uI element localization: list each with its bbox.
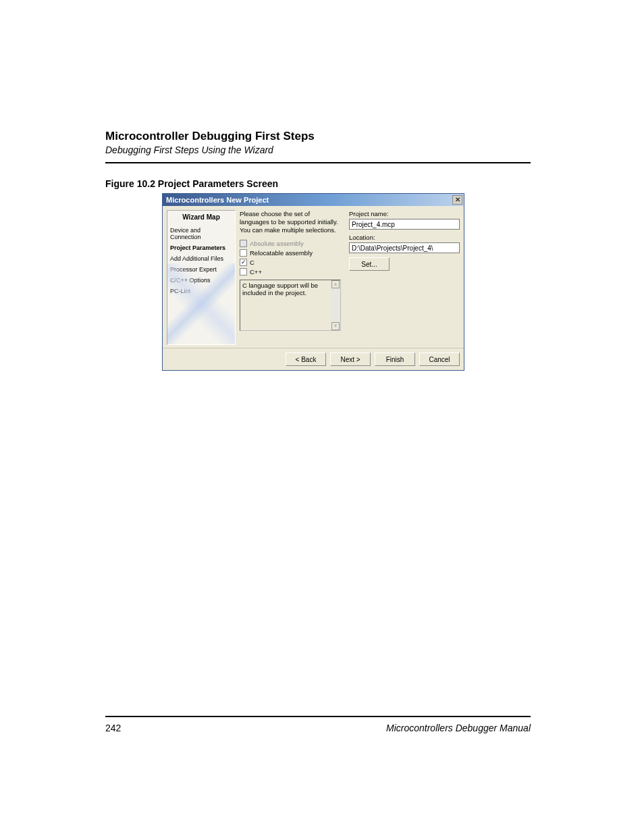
checkbox-icon <box>240 240 247 247</box>
checkbox-label: C <box>250 259 254 266</box>
checkbox-label: Absolute assembly <box>250 240 304 247</box>
wizard-map-heading: Wizard Map <box>170 213 232 221</box>
dialog-button-row: < Back Next > Finish Cancel <box>163 348 464 370</box>
scroll-down-icon[interactable]: ▼ <box>331 322 340 330</box>
language-description-text: C language support will be included in t… <box>242 282 338 296</box>
next-button[interactable]: Next > <box>330 353 371 366</box>
sidebar-item-c-cpp-options[interactable]: C/C++ Options <box>170 275 232 286</box>
sidebar-item-add-additional-files[interactable]: Add Additional Files <box>170 253 232 264</box>
description-scrollbar[interactable]: ▲ ▼ <box>331 280 340 330</box>
new-project-dialog: Microcontrollers New Project ✕ Wizard Ma… <box>162 193 464 371</box>
back-button[interactable]: < Back <box>286 353 326 366</box>
checkbox-cpp[interactable]: C++ <box>240 268 341 276</box>
sidebar-item-processor-expert[interactable]: Processor Expert <box>170 264 232 275</box>
checkbox-relocatable-assembly[interactable]: Relocatable assembly <box>240 249 341 257</box>
project-name-input[interactable]: Project_4.mcp <box>349 219 460 230</box>
language-description-box: C language support will be included in t… <box>240 280 341 331</box>
set-button[interactable]: Set... <box>349 257 390 271</box>
manual-title: Microcontrollers Debugger Manual <box>386 723 531 733</box>
dialog-title: Microcontrollers New Project <box>166 196 269 204</box>
sidebar-item-project-parameters[interactable]: Project Parameters <box>170 242 232 253</box>
scroll-up-icon[interactable]: ▲ <box>331 280 340 288</box>
instruction-text: Please choose the set of languages to be… <box>240 210 341 234</box>
project-info-panel: Project name: Project_4.mcp Location: D:… <box>345 210 460 345</box>
checkbox-label: Relocatable assembly <box>250 249 313 257</box>
dialog-titlebar[interactable]: Microcontrollers New Project ✕ <box>163 194 464 206</box>
close-icon[interactable]: ✕ <box>452 195 462 205</box>
checkbox-absolute-assembly: Absolute assembly <box>240 240 341 247</box>
location-input[interactable]: D:\Data\Projects\Project_4\ <box>349 242 460 253</box>
cancel-button[interactable]: Cancel <box>419 353 460 366</box>
location-label: Location: <box>349 234 460 241</box>
checkbox-label: C++ <box>250 268 262 276</box>
chapter-title: Microcontroller Debugging First Steps <box>105 130 531 143</box>
wizard-map-sidebar: Wizard Map Device and Connection Project… <box>167 210 236 345</box>
checkbox-c[interactable]: ✓ C <box>240 259 341 266</box>
sidebar-item-pc-lint[interactable]: PC-Lint <box>170 286 232 296</box>
checkbox-icon[interactable] <box>240 268 247 276</box>
header-rule <box>105 162 531 163</box>
finish-button[interactable]: Finish <box>375 353 415 366</box>
language-selection-panel: Please choose the set of languages to be… <box>240 210 341 345</box>
project-name-label: Project name: <box>349 210 460 217</box>
sidebar-item-device-and-connection[interactable]: Device and Connection <box>170 225 232 242</box>
checkbox-icon[interactable] <box>240 249 247 257</box>
footer-rule <box>105 716 531 717</box>
checkbox-icon[interactable]: ✓ <box>240 259 247 266</box>
page-number: 242 <box>105 723 121 733</box>
section-subtitle: Debugging First Steps Using the Wizard <box>105 145 531 155</box>
figure-caption: Figure 10.2 Project Parameters Screen <box>105 178 531 189</box>
